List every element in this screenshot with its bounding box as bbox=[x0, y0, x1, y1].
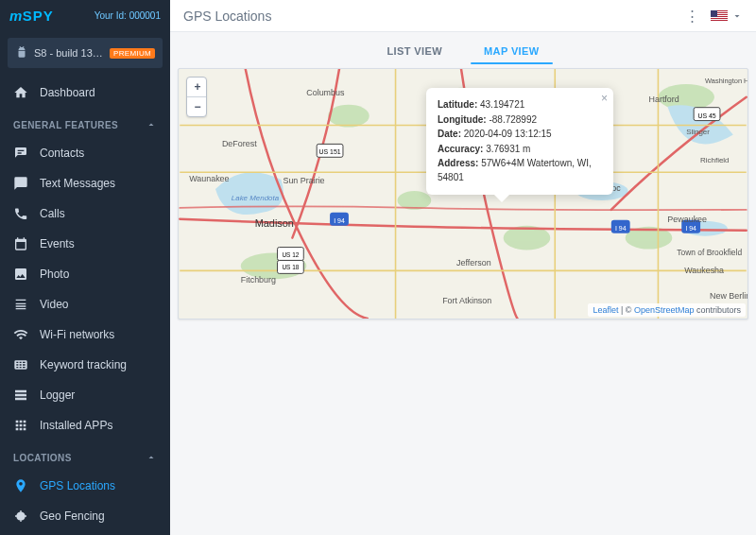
calendar-icon bbox=[13, 236, 28, 251]
zoom-out-button[interactable]: − bbox=[187, 97, 207, 116]
zoom-controls: + − bbox=[186, 77, 207, 117]
message-icon bbox=[13, 176, 28, 191]
location-pin-icon bbox=[13, 478, 28, 493]
sidebar-item-label: GPS Locations bbox=[40, 479, 115, 492]
chevron-down-icon bbox=[731, 10, 743, 22]
sidebar-item-label: Logger bbox=[40, 388, 75, 402]
sidebar-item-calls[interactable]: Calls bbox=[0, 198, 170, 229]
sidebar-item-geo-fencing[interactable]: Geo Fencing bbox=[0, 501, 170, 531]
svg-text:Washington Heights: Washington Heights bbox=[705, 77, 747, 85]
svg-text:I 94: I 94 bbox=[615, 225, 627, 232]
map-attribution: Leaflet | © OpenStreetMap contributors bbox=[588, 303, 746, 317]
target-icon bbox=[13, 509, 28, 524]
svg-text:Jefferson: Jefferson bbox=[456, 258, 491, 268]
svg-text:Columbus: Columbus bbox=[306, 88, 345, 97]
sidebar-item-label: Events bbox=[40, 237, 75, 250]
svg-text:I 94: I 94 bbox=[334, 217, 345, 224]
sidebar-item-video[interactable]: Video bbox=[0, 289, 170, 319]
us-flag-icon bbox=[711, 10, 728, 22]
sidebar-item-keyword-tracking[interactable]: Keyword tracking bbox=[0, 350, 170, 380]
svg-text:New Berlin: New Berlin bbox=[710, 291, 747, 301]
svg-text:US 151: US 151 bbox=[318, 148, 340, 155]
svg-text:US 18: US 18 bbox=[282, 264, 299, 270]
section-title: LOCATIONS bbox=[13, 453, 72, 463]
map-container[interactable]: US 151 I 94 I 94 I 94 US 12 US 18 US 45 … bbox=[178, 68, 748, 319]
svg-text:Madison: Madison bbox=[255, 217, 294, 229]
photo-icon bbox=[13, 267, 28, 282]
subscriber-label: S8 - build 13 - 5... bbox=[34, 47, 104, 59]
svg-text:Sun Prairie: Sun Prairie bbox=[283, 176, 324, 185]
sidebar-item-text-messages[interactable]: Text Messages bbox=[0, 168, 170, 198]
view-tabs: LIST VIEW MAP VIEW bbox=[170, 32, 756, 64]
more-options-icon[interactable]: ⋮ bbox=[685, 9, 699, 23]
your-id: Your Id: 000001 bbox=[94, 10, 161, 21]
section-locations[interactable]: LOCATIONS bbox=[0, 440, 170, 471]
wifi-icon bbox=[13, 327, 28, 342]
zoom-in-button[interactable]: + bbox=[187, 78, 207, 97]
svg-text:US 45: US 45 bbox=[697, 112, 715, 119]
chevron-up-icon bbox=[146, 452, 157, 463]
language-selector[interactable] bbox=[711, 10, 743, 22]
tab-list-view[interactable]: LIST VIEW bbox=[385, 38, 444, 64]
premium-badge: PREMIUM bbox=[110, 48, 155, 59]
contacts-icon bbox=[13, 146, 28, 161]
video-icon bbox=[13, 297, 28, 312]
svg-text:Hartford: Hartford bbox=[649, 95, 679, 104]
subscriber-selector[interactable]: S8 - build 13 - 5... PREMIUM bbox=[8, 38, 163, 68]
sidebar: mmSPYSPY Your Id: 000001 S8 - build 13 -… bbox=[0, 0, 170, 535]
svg-text:Richfield: Richfield bbox=[700, 156, 729, 164]
sidebar-item-label: Installed APPs bbox=[40, 419, 112, 432]
home-icon bbox=[13, 85, 28, 100]
sidebar-item-label: Dashboard bbox=[40, 86, 95, 99]
sidebar-item-label: Photo bbox=[40, 268, 69, 281]
sidebar-item-label: Geo Fencing bbox=[40, 509, 105, 523]
sidebar-item-photo[interactable]: Photo bbox=[0, 259, 170, 289]
svg-text:Waunakee: Waunakee bbox=[189, 174, 229, 183]
chevron-up-icon bbox=[146, 119, 157, 130]
section-title: GENERAL FEATURES bbox=[13, 120, 118, 130]
svg-point-1 bbox=[328, 105, 369, 128]
svg-text:Lake Mendota: Lake Mendota bbox=[232, 194, 280, 202]
sidebar-item-label: Contacts bbox=[40, 147, 84, 160]
svg-text:I 94: I 94 bbox=[685, 225, 696, 232]
leaflet-link[interactable]: Leaflet bbox=[593, 305, 618, 315]
header-bar: GPS Locations ⋮ bbox=[170, 0, 756, 32]
sidebar-item-label: Video bbox=[40, 298, 68, 311]
popup-close-button[interactable]: × bbox=[601, 92, 608, 105]
sidebar-item-label: Keyword tracking bbox=[40, 358, 127, 371]
keyboard-icon bbox=[13, 357, 28, 372]
svg-text:DeForest: DeForest bbox=[222, 139, 257, 148]
svg-text:Waukesha: Waukesha bbox=[684, 266, 724, 275]
sidebar-item-events[interactable]: Events bbox=[0, 229, 170, 259]
svg-text:Fort Atkinson: Fort Atkinson bbox=[442, 296, 491, 305]
logger-icon bbox=[13, 388, 28, 403]
sidebar-item-logger[interactable]: Logger bbox=[0, 380, 170, 410]
sidebar-item-wifi[interactable]: Wi-Fi networks bbox=[0, 319, 170, 350]
osm-link[interactable]: OpenStreetMap bbox=[634, 305, 695, 315]
sidebar-item-label: Text Messages bbox=[40, 177, 115, 190]
page-title: GPS Locations bbox=[183, 9, 271, 24]
content-area: GPS Locations ⋮ LIST VIEW MAP VIEW bbox=[170, 0, 756, 535]
sidebar-item-label: Wi-Fi networks bbox=[40, 328, 114, 341]
brand-logo: mmSPYSPY bbox=[9, 8, 54, 24]
svg-text:Fitchburg: Fitchburg bbox=[241, 275, 276, 285]
svg-text:Pewaukee: Pewaukee bbox=[667, 215, 707, 224]
sidebar-item-label: Calls bbox=[40, 207, 65, 220]
location-popup: × Latitude: 43.194721 Longitude: -88.728… bbox=[426, 88, 613, 195]
apps-icon bbox=[13, 418, 28, 433]
sidebar-item-contacts[interactable]: Contacts bbox=[0, 138, 170, 168]
svg-text:Slinger: Slinger bbox=[686, 128, 710, 136]
section-general-features[interactable]: GENERAL FEATURES bbox=[0, 108, 170, 138]
tab-map-view[interactable]: MAP VIEW bbox=[482, 38, 541, 64]
sidebar-item-gps-locations[interactable]: GPS Locations bbox=[0, 471, 170, 501]
svg-text:Town of Brookfield: Town of Brookfield bbox=[677, 248, 742, 257]
sidebar-item-dashboard[interactable]: Dashboard bbox=[0, 78, 170, 108]
android-icon bbox=[15, 46, 28, 60]
sidebar-item-installed-apps[interactable]: Installed APPs bbox=[0, 410, 170, 440]
phone-icon bbox=[13, 206, 28, 221]
svg-text:US 12: US 12 bbox=[282, 250, 299, 257]
